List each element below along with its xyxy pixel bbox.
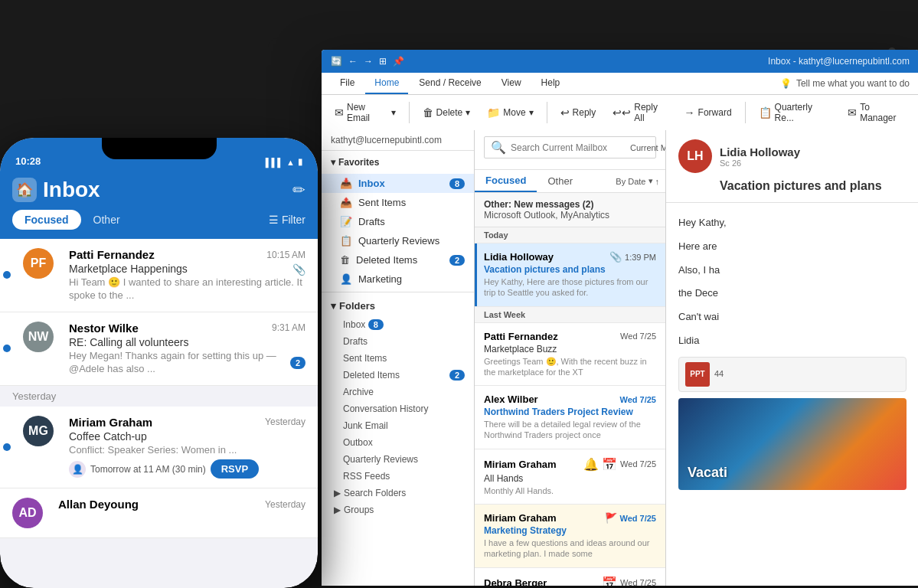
avatar: MG <box>23 416 54 446</box>
folder-rss-label: RSS Feeds <box>343 471 390 482</box>
delete-dropdown[interactable]: ▾ <box>466 107 470 118</box>
section-lastweek: Last Week <box>475 307 665 323</box>
email-icons: 🚩 Wed 7/25 <box>605 512 657 524</box>
folder-rss[interactable]: RSS Feeds <box>322 468 474 485</box>
delete-button[interactable]: 🗑 Delete ▾ <box>416 103 478 122</box>
to-manager-button[interactable]: ✉ To Manager <box>841 98 913 127</box>
sidebar-item-drafts[interactable]: 📝 Drafts <box>322 212 474 231</box>
folder-outbox[interactable]: Outbox <box>322 434 474 451</box>
search-input[interactable] <box>511 142 626 153</box>
favorites-header[interactable]: ▾ Favorites <box>322 151 474 174</box>
tab-other[interactable]: Other <box>537 171 583 191</box>
folders-header[interactable]: ▾ Folders <box>322 296 474 316</box>
nav-forward[interactable]: → <box>364 56 373 67</box>
reading-pane: LH Lidia Holloway Sc 26 Vacation picture… <box>666 130 918 586</box>
phone-screen: 10:28 ▌▌▌ ▲ ▮ 🏠 Inbox ✏ Focused Other ☰ <box>0 138 318 588</box>
folder-sent[interactable]: Sent Items <box>322 350 474 367</box>
reply-button[interactable]: ↩ Reply <box>554 103 603 122</box>
folder-drafts[interactable]: Drafts <box>322 333 474 350</box>
favorites-chevron: ▾ <box>331 157 335 168</box>
email-time: Wed 7/25 <box>620 459 656 469</box>
other-banner[interactable]: Other: New messages (2) Microsoft Outloo… <box>475 193 665 227</box>
list-item[interactable]: MG Miriam Graham Yesterday Coffee Catch-… <box>0 407 318 489</box>
tab-focused[interactable]: Focused <box>475 170 537 192</box>
reply-icon: ↩ <box>560 106 570 119</box>
rsvp-button[interactable]: RSVP <box>211 459 259 479</box>
folder-junk[interactable]: Junk Email <box>322 417 474 434</box>
email-item-miriam-marketing[interactable]: Miriam Graham 🚩 Wed 7/25 Marketing Strat… <box>475 505 665 568</box>
folder-inbox-label: Inbox <box>343 319 365 330</box>
ribbon-tabs: File Home Send / Receive View Help 💡 Tel… <box>322 73 918 95</box>
move-button[interactable]: 📁 Move ▾ <box>480 103 540 122</box>
tab-help[interactable]: Help <box>532 73 570 94</box>
new-email-dropdown[interactable]: ▾ <box>391 107 396 118</box>
drafts-icon: 📝 <box>340 216 352 227</box>
new-email-button[interactable]: ✉ New Email ▾ <box>328 98 403 127</box>
email-row1: Allan Deyoung Yesterday <box>58 498 305 511</box>
tab-view[interactable]: View <box>492 73 531 94</box>
folder-deleted[interactable]: Deleted Items 2 <box>322 367 474 384</box>
list-item[interactable]: PF Patti Fernandez 10:15 AM Marketplace … <box>0 239 318 312</box>
ribbon-search-label[interactable]: Tell me what you want to do <box>796 78 910 89</box>
reading-image: Vacati <box>678 398 907 490</box>
nav-back[interactable]: ← <box>348 56 358 67</box>
folder-archive[interactable]: Archive <box>322 384 474 400</box>
sidebar-item-inbox[interactable]: 📥 Inbox 8 <box>322 174 474 193</box>
sidebar-quarterly-label: Quarterly Reviews <box>358 235 439 247</box>
move-dropdown[interactable]: ▾ <box>529 107 534 118</box>
compose-icon[interactable]: ✏ <box>292 181 305 199</box>
list-item[interactable]: AD Allan Deyoung Yesterday <box>0 488 318 538</box>
attachment-label: 44 <box>714 368 724 381</box>
email-item-debra[interactable]: Debra Berger 📅 Wed 7/25 Time off Just ta… <box>475 568 665 586</box>
list-item[interactable]: NW Nestor Wilke 9:31 AM RE: Calling all … <box>0 312 318 386</box>
folder-inbox[interactable]: Inbox 8 <box>322 316 474 333</box>
mailbox-label: Current Mailbox <box>630 143 666 152</box>
sidebar-drafts-label: Drafts <box>358 216 385 227</box>
groups-label: Groups <box>344 505 374 515</box>
folder-deleted-badge: 2 <box>449 370 465 381</box>
folder-quarterly[interactable]: Quarterly Reviews <box>322 451 474 468</box>
sidebar-item-deleted[interactable]: 🗑 Deleted Items 2 <box>322 250 474 270</box>
tab-file[interactable]: File <box>331 73 364 94</box>
sender-name: Patti Fernandez <box>69 248 155 261</box>
folder-conversation[interactable]: Conversation History <box>322 400 474 417</box>
sort-control[interactable]: By Date ▾ ↑ <box>609 172 665 191</box>
calendar2-icon: 📅 <box>602 576 617 586</box>
phone-tab-other[interactable]: Other <box>87 210 126 230</box>
reply-all-button[interactable]: ↩↩ Reply All <box>606 98 674 127</box>
inbox-badge: 8 <box>449 178 465 189</box>
deleted-badge: 2 <box>449 255 465 266</box>
phone-tab-bar: Focused Other ☰ Filter <box>12 210 305 230</box>
mailbox-button[interactable]: Current Mailbox ▾ <box>630 142 666 152</box>
sidebar-item-sent[interactable]: 📤 Sent Items <box>322 193 474 212</box>
email-list-panel: 🔍 Current Mailbox ▾ Focused Other By Dat… <box>475 130 666 586</box>
search-bar: 🔍 Current Mailbox ▾ <box>484 136 656 158</box>
quarterly-button[interactable]: 📋 Quarterly Re... <box>752 98 838 127</box>
email-item-header: Lidia Holloway 📎 1:39 PM <box>484 251 656 263</box>
reading-header: LH Lidia Holloway Sc 26 Vacation picture… <box>666 130 918 203</box>
sidebar-item-quarterly[interactable]: 📋 Quarterly Reviews <box>322 231 474 250</box>
forward-button[interactable]: → Forward <box>678 103 739 122</box>
wifi-icon: ▲ <box>286 158 295 167</box>
phone-tab-focused[interactable]: Focused <box>12 210 81 230</box>
filter-label: Filter <box>282 214 305 226</box>
email-item-patti[interactable]: Patti Fernandez Wed 7/25 Marketplace Buz… <box>475 323 665 387</box>
apps-icon[interactable]: ⊞ <box>379 56 387 67</box>
attachment-thumbnail: PPT <box>685 362 710 387</box>
body-line-3: Also, I ha <box>678 263 907 279</box>
window-title: Inbox - kathyt@lucernepubintl.com <box>768 56 910 67</box>
email-item-miriam-allhands[interactable]: Miriam Graham 🔔 📅 Wed 7/25 All Hands Mon… <box>475 449 665 505</box>
email-item-lidia[interactable]: Lidia Holloway 📎 1:39 PM Vacation pictur… <box>475 243 665 307</box>
body-line-1: Hey Kathy, <box>678 215 907 231</box>
email-item-alex[interactable]: Alex Wilber Wed 7/25 Northwind Traders P… <box>475 386 665 449</box>
email-item-header: Miriam Graham 🔔 📅 Wed 7/25 <box>484 457 656 472</box>
email-content: Patti Fernandez 10:15 AM Marketplace Hap… <box>69 248 305 302</box>
phone-filter-btn[interactable]: ☰ Filter <box>269 214 305 226</box>
tab-send-receive[interactable]: Send / Receive <box>410 73 490 94</box>
sender-avatar: LH <box>678 139 712 173</box>
groups-item[interactable]: ▶ Groups <box>322 501 474 518</box>
tab-home[interactable]: Home <box>365 73 408 94</box>
sidebar-item-marketing[interactable]: 👤 Marketing <box>322 270 474 289</box>
sort-chevron: ▾ <box>648 176 653 186</box>
search-folders-item[interactable]: ▶ Search Folders <box>322 485 474 501</box>
